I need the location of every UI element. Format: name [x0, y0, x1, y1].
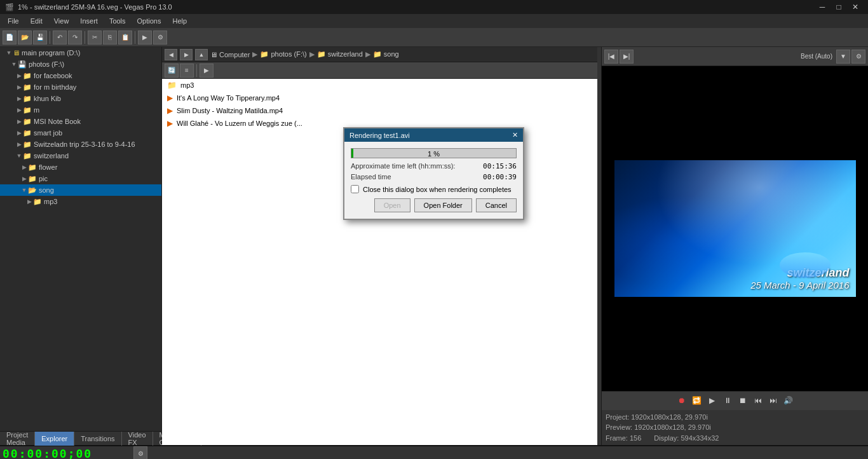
preview-settings[interactable]: ⚙ — [851, 50, 865, 64]
tree-item-msi[interactable]: ▶ 📁 MSI Note Book — [0, 116, 161, 127]
tree-toggle[interactable]: ▶ — [15, 141, 23, 147]
menu-view[interactable]: View — [49, 16, 74, 26]
menu-insert[interactable]: Insert — [75, 16, 103, 26]
tree-item-smart-job[interactable]: ▶ 📁 smart job — [0, 127, 161, 139]
frame-prev-button[interactable]: ⏮ — [752, 394, 764, 407]
tree-toggle[interactable]: ▶ — [20, 175, 28, 182]
new-button[interactable]: 📄 — [3, 31, 17, 45]
file-item-slim-dusty[interactable]: ▶ Slim Dusty - Waltzing Matilda.mp4 — [162, 104, 597, 117]
tree-item-main-program[interactable]: ▼ 🖥 main program (D:\) — [0, 47, 161, 58]
timeline-area: 00:00:00;00 ⚙ 1 M S 🔒 ↕ 2 M — [0, 445, 868, 459]
tab-transitions[interactable]: Transitions — [74, 432, 121, 446]
sep — [196, 64, 197, 77]
maximize-button[interactable]: □ — [831, 0, 846, 14]
tree-toggle[interactable]: ▼ — [20, 187, 28, 193]
properties-button[interactable]: ⚙ — [153, 31, 167, 45]
undo-button[interactable]: ↶ — [53, 31, 67, 45]
forward-button[interactable]: ▶ — [180, 49, 193, 60]
tree-item-khun-kib[interactable]: ▶ 📁 khun Kib — [0, 93, 161, 104]
minimize-button[interactable]: ─ — [815, 0, 830, 14]
menu-options[interactable]: Options — [132, 16, 166, 26]
menu-tools[interactable]: Tools — [104, 16, 131, 26]
render-title-text: Rendering test1.avi — [349, 132, 410, 139]
loop-button[interactable]: 🔁 — [691, 394, 703, 407]
copy-button[interactable]: ⎘ — [103, 31, 117, 45]
tree-item-pic[interactable]: ▶ 📁 pic — [0, 173, 161, 184]
elapsed-label: Elapsed time — [351, 173, 391, 181]
breadcrumb-song[interactable]: 📁 song — [373, 50, 399, 58]
tree-label: smart job — [34, 129, 62, 137]
tree-item-switzerland[interactable]: ▼ 📁 switzerland — [0, 150, 161, 161]
auto-preview-button[interactable]: ▶ — [200, 64, 214, 78]
tree-item-for-facebook[interactable]: ▶ 📁 for facebook — [0, 70, 161, 81]
open-button[interactable]: Open — [374, 198, 410, 212]
refresh-button[interactable]: 🔄 — [165, 64, 179, 78]
tree-item-photos[interactable]: ▼ 💾 photos (F:\) — [0, 58, 161, 70]
render-button[interactable]: ▶ — [138, 31, 152, 45]
tree-toggle[interactable]: ▶ — [20, 164, 28, 170]
tab-video-fx[interactable]: Video FX — [122, 432, 153, 446]
back-button[interactable]: ◀ — [165, 49, 177, 60]
folder-icon: 📁 — [23, 83, 32, 92]
close-checkbox[interactable] — [351, 185, 359, 193]
breadcrumb-computer[interactable]: 🖥 Computer — [210, 51, 250, 58]
breadcrumb-photos[interactable]: 📁 photos (F:\) — [260, 50, 306, 58]
tree-toggle[interactable]: ▶ — [15, 72, 23, 79]
pause-button[interactable]: ⏸ — [721, 394, 734, 407]
preview-next-button[interactable]: ▶| — [620, 50, 634, 64]
tree-toggle[interactable]: ▶ — [15, 84, 23, 90]
close-checkbox-label: Close this dialog box when rendering com… — [363, 186, 512, 193]
save-button[interactable]: 💾 — [33, 31, 47, 45]
tab-project-media[interactable]: Project Media — [0, 432, 35, 446]
breadcrumb-switzerland[interactable]: 📁 switzerland — [317, 50, 363, 58]
tree-label: mp3 — [44, 198, 57, 205]
tree-item-song[interactable]: ▼ 📂 song — [0, 184, 161, 196]
view-button[interactable]: ≡ — [180, 64, 194, 78]
open-folder-button[interactable]: Open Folder — [414, 198, 472, 212]
record-button[interactable]: ⏺ — [675, 394, 688, 407]
open-button[interactable]: 📂 — [18, 31, 32, 45]
tab-explorer[interactable]: Explorer — [35, 432, 74, 446]
menu-help[interactable]: Help — [167, 16, 192, 26]
frame-next-button[interactable]: ⏭ — [767, 394, 780, 407]
tree-toggle[interactable]: ▼ — [10, 61, 18, 67]
tree-toggle[interactable]: ▶ — [15, 118, 23, 125]
tree-label: m — [34, 106, 39, 114]
paste-button[interactable]: 📋 — [118, 31, 132, 45]
tree-toggle[interactable]: ▼ — [15, 153, 23, 159]
stop-button[interactable]: ⏹ — [736, 394, 749, 407]
tree-item-switz-trip[interactable]: ▶ 📁 Switzeladn trip 25-3-16 to 9-4-16 — [0, 139, 161, 150]
tree-toggle[interactable]: ▶ — [15, 95, 23, 102]
tree-item-m[interactable]: ▶ 📁 m — [0, 104, 161, 116]
tree-item-mp3-sub[interactable]: ▶ 📁 mp3 — [0, 196, 161, 207]
quality-dropdown[interactable]: ▼ — [836, 50, 850, 64]
tree-item-for-m-birthday[interactable]: ▶ 📁 for m birthday — [0, 81, 161, 93]
up-button[interactable]: ▲ — [195, 49, 208, 60]
preview-info-display: Display: 594x334x32 — [654, 433, 719, 444]
redo-button[interactable]: ↷ — [68, 31, 82, 45]
close-button[interactable]: ✕ — [848, 0, 863, 14]
audio-button[interactable]: 🔊 — [782, 394, 795, 407]
render-dialog: Rendering test1.avi ✕ 1 % Approximate ti… — [343, 127, 524, 220]
mp4-icon: ▶ — [167, 119, 173, 128]
folder-icon: 📁 — [23, 152, 32, 160]
tree-toggle[interactable]: ▶ — [15, 130, 23, 136]
file-item-mp3[interactable]: 📁 mp3 — [162, 79, 597, 92]
preview-prev-button[interactable]: |◀ — [604, 50, 618, 64]
menu-bar: File Edit View Insert Tools Options Help — [0, 14, 868, 28]
tree-toggle[interactable]: ▶ — [15, 107, 23, 113]
menu-file[interactable]: File — [3, 16, 24, 26]
file-item-tipperary[interactable]: ▶ It's A Long Way To Tipperary.mp4 — [162, 92, 597, 104]
tree-toggle[interactable]: ▼ — [5, 50, 13, 56]
tree-item-flower[interactable]: ▶ 📁 flower — [0, 161, 161, 173]
render-close-button[interactable]: ✕ — [512, 131, 518, 139]
timeline-settings-button[interactable]: ⚙ — [133, 446, 147, 459]
folder-icon: 📁 — [33, 198, 42, 206]
render-dialog-body: 1 % Approximate time left (hh:mm:ss): 00… — [344, 142, 523, 219]
tree-pane[interactable]: ▼ 🖥 main program (D:\) ▼ 💾 photos (F:\) … — [0, 47, 161, 431]
menu-edit[interactable]: Edit — [25, 16, 48, 26]
tree-toggle[interactable]: ▶ — [25, 198, 33, 205]
cut-button[interactable]: ✂ — [88, 31, 102, 45]
cancel-button[interactable]: Cancel — [476, 198, 517, 212]
play-button[interactable]: ▶ — [706, 394, 719, 407]
